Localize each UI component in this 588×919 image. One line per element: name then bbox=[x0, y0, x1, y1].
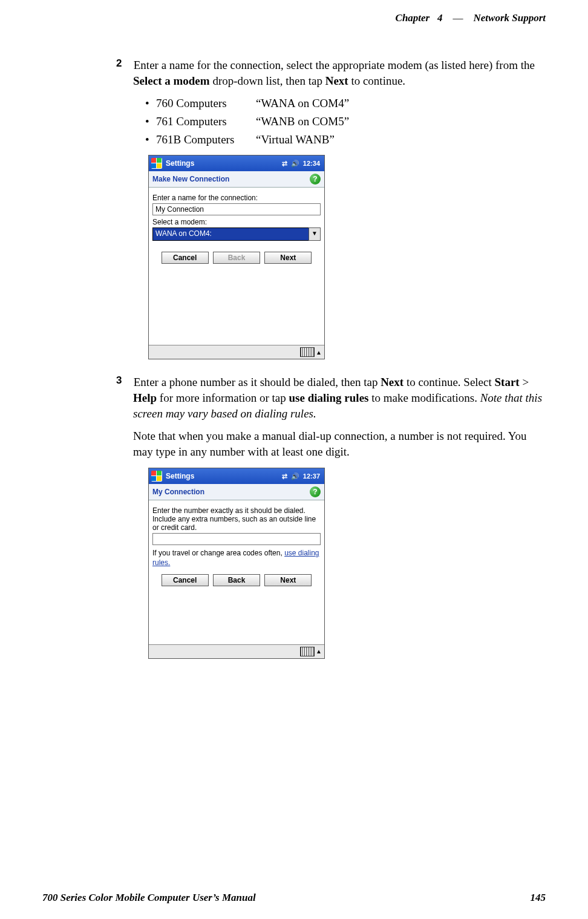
step2-bold-2: Next bbox=[325, 74, 348, 87]
window-titlebar: Settings ⇄ 🔊 12:34 bbox=[149, 155, 324, 171]
step2-text-3: to continue. bbox=[348, 74, 405, 87]
clock[interactable]: 12:34 bbox=[303, 160, 320, 167]
cancel-button[interactable]: Cancel bbox=[162, 252, 209, 264]
chevron-down-icon[interactable]: ▼ bbox=[309, 227, 321, 241]
step-number: 3 bbox=[116, 374, 131, 387]
next-button[interactable]: Next bbox=[264, 574, 312, 586]
back-button: Back bbox=[213, 252, 260, 264]
sub-header: Make New Connection ? bbox=[149, 171, 324, 188]
window-title: Settings bbox=[166, 159, 194, 168]
step-3: 3 Enter a phone number as it should be d… bbox=[133, 374, 546, 459]
start-flag-icon[interactable] bbox=[151, 158, 162, 169]
step2-bold-1: Select a modem bbox=[133, 74, 210, 87]
modem-list: •760 Computers“WANA on COM4” •761 Comput… bbox=[145, 97, 546, 146]
list-item: •761 Computers“WANB on COM5” bbox=[145, 115, 546, 128]
page-header: Chapter 4 — Network Support bbox=[42, 12, 546, 24]
connectivity-icon[interactable]: ⇄ bbox=[282, 473, 287, 480]
screenshot-make-new-connection: Settings ⇄ 🔊 12:34 Make New Connection ?… bbox=[148, 155, 325, 359]
step-2: 2 Enter a name for the connection, selec… bbox=[133, 57, 546, 88]
keyboard-icon[interactable] bbox=[300, 347, 315, 357]
list-item: •760 Computers“WANA on COM4” bbox=[145, 97, 546, 110]
sub-header: My Connection ? bbox=[149, 484, 324, 500]
sip-bar: ▲ bbox=[149, 345, 324, 359]
modem-select-value: WANA on COM4: bbox=[152, 227, 309, 241]
bullet-2-col2: “WANB on COM5” bbox=[256, 115, 349, 128]
footer-manual-title: 700 Series Color Mobile Computer User’s … bbox=[42, 892, 256, 904]
step-number: 2 bbox=[116, 57, 131, 70]
connectivity-icon[interactable]: ⇄ bbox=[282, 160, 287, 168]
page-footer: 700 Series Color Mobile Computer User’s … bbox=[42, 892, 546, 904]
bullet-1-col2: “WANA on COM4” bbox=[256, 97, 349, 110]
dial-instructions: Enter the number exactly as it should be… bbox=[152, 506, 321, 532]
label-select-modem: Select a modem: bbox=[152, 218, 321, 226]
label-connection-name: Enter a name for the connection: bbox=[152, 194, 321, 202]
list-item: •761B Computers“Virtual WANB” bbox=[145, 133, 546, 146]
volume-icon[interactable]: 🔊 bbox=[291, 473, 299, 480]
sip-bar: ▲ bbox=[149, 644, 324, 658]
cancel-button[interactable]: Cancel bbox=[162, 574, 209, 586]
step3-para2: Note that when you make a manual dial-up… bbox=[133, 428, 546, 459]
step2-text-2: drop-down list, then tap bbox=[210, 74, 325, 87]
chapter-label: Chapter bbox=[396, 12, 430, 24]
start-flag-icon[interactable] bbox=[151, 471, 162, 482]
clock[interactable]: 12:37 bbox=[303, 473, 320, 480]
header-section: Network Support bbox=[474, 12, 546, 24]
window-titlebar: Settings ⇄ 🔊 12:37 bbox=[149, 468, 324, 484]
chapter-number: 4 bbox=[437, 12, 443, 24]
sip-up-icon[interactable]: ▲ bbox=[316, 648, 322, 655]
help-icon[interactable]: ? bbox=[310, 174, 321, 185]
bullet-3-col2: “Virtual WANB” bbox=[256, 133, 335, 146]
help-icon[interactable]: ? bbox=[310, 486, 321, 497]
keyboard-icon[interactable] bbox=[300, 647, 315, 656]
next-button[interactable]: Next bbox=[264, 252, 312, 264]
bullet-2-col1: 761 Computers bbox=[156, 115, 256, 128]
volume-icon[interactable]: 🔊 bbox=[291, 160, 299, 168]
header-dash: — bbox=[453, 12, 463, 24]
back-button[interactable]: Back bbox=[213, 574, 260, 586]
window-title: Settings bbox=[166, 472, 194, 480]
sip-up-icon[interactable]: ▲ bbox=[316, 349, 322, 356]
sub-title: My Connection bbox=[152, 488, 204, 496]
step2-text-1: Enter a name for the connection, select … bbox=[134, 59, 535, 71]
screenshot-my-connection: Settings ⇄ 🔊 12:37 My Connection ? Enter… bbox=[148, 468, 325, 658]
phone-number-input[interactable] bbox=[152, 533, 321, 545]
bullet-1-col1: 760 Computers bbox=[156, 97, 256, 110]
modem-select[interactable]: WANA on COM4: ▼ bbox=[152, 227, 321, 241]
bullet-3-col1: 761B Computers bbox=[156, 133, 256, 146]
dialing-info: If you travel or change area codes often… bbox=[152, 549, 321, 567]
sub-title: Make New Connection bbox=[152, 175, 229, 183]
page-number: 145 bbox=[531, 892, 546, 904]
connection-name-input[interactable] bbox=[152, 203, 321, 215]
